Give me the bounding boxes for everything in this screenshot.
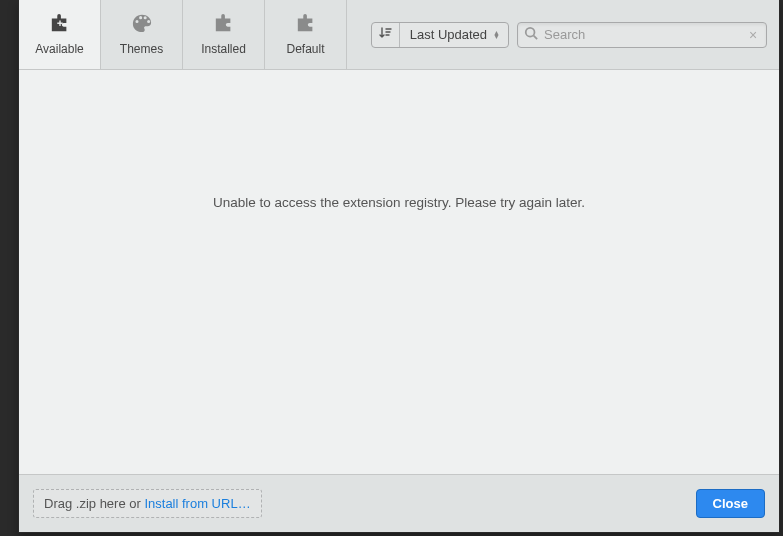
close-button[interactable]: Close (696, 489, 765, 518)
drop-text: Drag .zip here or (44, 496, 144, 511)
tab-label: Default (286, 42, 324, 56)
search-field[interactable]: × (517, 22, 767, 48)
search-icon (524, 26, 538, 44)
svg-point-2 (526, 27, 535, 36)
tab-label: Available (35, 42, 83, 56)
sort-label: Last Updated (410, 27, 487, 42)
search-input[interactable] (544, 27, 740, 42)
svg-line-3 (534, 35, 538, 39)
tab-available[interactable]: Available (19, 0, 101, 69)
error-message: Unable to access the extension registry.… (213, 195, 585, 210)
tab-default[interactable]: Default (265, 0, 347, 69)
svg-rect-1 (59, 21, 60, 26)
updown-icon: ▲▼ (493, 31, 500, 39)
extension-manager-dialog: Available Themes Installed (18, 0, 780, 533)
tab-installed[interactable]: Installed (183, 0, 265, 69)
sort-direction-button[interactable] (372, 23, 400, 47)
sort-icon (378, 26, 392, 44)
sort-group: Last Updated ▲▼ (371, 22, 509, 48)
sort-dropdown[interactable]: Last Updated ▲▼ (400, 23, 508, 47)
drop-zone[interactable]: Drag .zip here or Install from URL… (33, 489, 262, 518)
tabs: Available Themes Installed (19, 0, 347, 69)
puzzle-icon (295, 13, 317, 36)
tab-label: Installed (201, 42, 246, 56)
window-backdrop: Available Themes Installed (0, 0, 783, 536)
clear-search-button[interactable]: × (746, 28, 760, 42)
tab-themes[interactable]: Themes (101, 0, 183, 69)
footer: Drag .zip here or Install from URL… Clos… (19, 474, 779, 532)
puzzle-icon (213, 13, 235, 36)
toolbar: Available Themes Installed (19, 0, 779, 70)
palette-icon (131, 13, 153, 36)
tab-label: Themes (120, 42, 163, 56)
install-from-url-link[interactable]: Install from URL… (144, 496, 250, 511)
puzzle-plus-icon (49, 13, 71, 36)
content-area: Unable to access the extension registry.… (19, 70, 779, 474)
